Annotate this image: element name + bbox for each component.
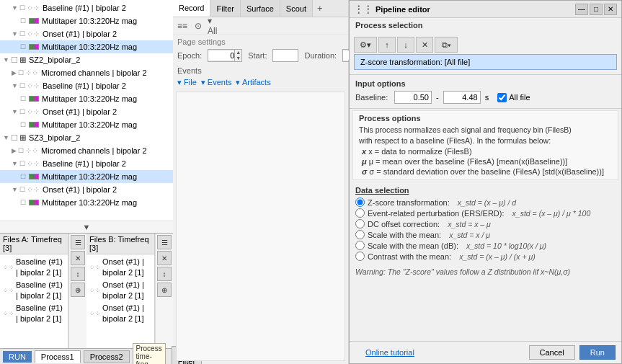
radio-input[interactable] <box>355 197 365 207</box>
process-tooltip: Process time-freq <box>133 343 166 364</box>
tree-item[interactable]: ▼☐⁘⁘Baseline (#1) | bipolar 2 <box>0 1 173 14</box>
radio-option[interactable]: Scale with the mean: x_std = x / μ <box>355 230 616 239</box>
list-item[interactable]: ⁘⁘Onset (#1) | bipolar 2 [1] <box>88 279 153 302</box>
tree-scroll-down[interactable]: ▼ <box>0 221 173 233</box>
po-text2: with respect to a baseline (FilesA). In … <box>359 136 612 146</box>
process-copy-button[interactable]: ⧉▾ <box>435 37 458 53</box>
baseline-end-input[interactable] <box>443 91 481 104</box>
radio-options: Z-score transformation: x_std = (x – μ) … <box>355 197 616 261</box>
process2-tab[interactable]: Process2 <box>84 350 130 363</box>
close-button[interactable]: ✕ <box>604 4 617 15</box>
maximize-button[interactable]: □ <box>590 4 603 15</box>
tree-item[interactable]: ☐Multitaper 10:3:220Hz mag <box>0 118 173 131</box>
tab-record[interactable]: Record <box>173 0 210 17</box>
tree-item[interactable]: ☐Multitaper 10:3:220Hz mag <box>0 92 173 105</box>
tree-item[interactable]: ▶☐⁘⁘Micromed channels | bipolar 2 <box>0 66 173 79</box>
files-a-icon-1[interactable]: ☰ <box>71 235 85 249</box>
tree-item[interactable]: ▼☐⁘⁘Onset (#1) | bipolar 2 <box>0 105 173 118</box>
process1-tab[interactable]: Process1 <box>35 350 81 363</box>
epoch-arrows[interactable]: ▲ ▼ <box>234 50 241 61</box>
pipeline-editor-footer: Online tutorial Cancel Run <box>350 341 621 363</box>
online-tutorial-button[interactable]: Online tutorial <box>355 346 425 359</box>
circle-icon[interactable]: ⊙ <box>192 19 205 32</box>
tree-item[interactable]: ☐Multitaper 10:3:220Hz mag <box>0 14 173 27</box>
list-item[interactable]: ⁘⁘Onset (#1) | bipolar 2 [1] <box>88 302 153 325</box>
baseline-row: Baseline: - s All file <box>355 91 616 104</box>
pipeline-editor-title: ⋮⋮ Pipeline editor <box>354 4 430 14</box>
list-item[interactable]: ⁘⁘Baseline (#1) | bipolar 2 [1] <box>1 279 66 302</box>
process-selection-title: Process selection <box>355 21 616 30</box>
tab-surface[interactable]: Surface <box>241 0 280 17</box>
tree-item[interactable]: ☐Multitaper 10:3:220Hz mag <box>0 196 173 209</box>
tree-item[interactable]: ▶☐⁘⁘Micromed channels | bipolar 2 <box>0 144 173 157</box>
all-file-checkbox-label[interactable]: All file <box>497 93 530 102</box>
events-link[interactable]: ▾ Events <box>201 78 232 87</box>
baseline-label: Baseline: <box>355 93 391 102</box>
files-b-icon-2[interactable]: ✕ <box>157 251 172 265</box>
radio-option[interactable]: Scale with the mean (dB): x_std = 10 * l… <box>355 241 616 250</box>
events-links-row: ▾ File ▾ Events ▾ Artifacts <box>173 76 348 89</box>
files-b-icon-1[interactable]: ☰ <box>157 235 172 249</box>
files-a-icon-3[interactable]: ↕ <box>71 267 85 281</box>
process-down-button[interactable]: ↓ <box>397 37 414 53</box>
run-pe-button[interactable]: Run <box>579 345 616 360</box>
tab-scout[interactable]: Scout <box>280 0 313 17</box>
files-b-title: Files B: Timefreq [3] <box>89 235 151 252</box>
list-item[interactable]: ⁘⁘Baseline (#1) | bipolar 2 [1] <box>1 256 66 279</box>
artifacts-link[interactable]: ▾ Artifacts <box>236 78 270 87</box>
bottom-bar: RUN Process1 Process2 Process time-freq … <box>0 348 173 364</box>
process-gear-button[interactable]: ⚙▾ <box>354 37 377 53</box>
cancel-button[interactable]: Cancel <box>529 345 575 360</box>
list-item[interactable]: ⁘⁘Onset (#1) | bipolar 2 [1] <box>88 256 153 279</box>
tab-filter[interactable]: Filter <box>210 0 240 17</box>
epoch-spinbox[interactable]: ▲ ▼ <box>208 49 242 62</box>
po-formula1: x x = data to normalize (FilesB) <box>359 146 612 156</box>
tree-item[interactable]: ▼☐⊞SZ3_bipolar_2 <box>0 131 173 144</box>
middle-column: Record Filter Surface Scout + ≡≡ ⊙ ▾ All… <box>173 0 349 364</box>
epoch-down[interactable]: ▼ <box>235 56 241 61</box>
tree-item[interactable]: ▼☐⁘⁘Onset (#1) | bipolar 2 <box>0 27 173 40</box>
epoch-up[interactable]: ▲ <box>235 50 241 56</box>
tree-item[interactable]: ▼☐⁘⁘Baseline (#1) | bipolar 2 <box>0 79 173 92</box>
process-delete-button[interactable]: ✕ <box>416 37 433 53</box>
selected-process-label[interactable]: Z-score transformation: [All file] <box>354 54 617 70</box>
files-b-section: Files B: Timefreq [3] ⁘⁘Onset (#1) | bip… <box>86 234 155 348</box>
radio-option[interactable]: Event-related perturbation (ERS/ERD): x_… <box>355 208 616 218</box>
run-button[interactable]: RUN <box>3 351 32 363</box>
process-up-button[interactable]: ↑ <box>378 37 396 53</box>
epoch-input[interactable] <box>208 51 234 60</box>
files-a-icons: ☰ ✕ ↕ ⊕ <box>68 234 86 348</box>
radio-option[interactable]: Contrast with the mean: x_std = (x – μ) … <box>355 252 616 261</box>
radio-option[interactable]: Z-score transformation: x_std = (x – μ) … <box>355 197 616 207</box>
list-item[interactable]: ⁘⁘Baseline (#1) | bipolar 2 [1] <box>1 302 66 325</box>
radio-input[interactable] <box>355 208 365 218</box>
radio-input[interactable] <box>355 219 365 228</box>
tab-add-button[interactable]: + <box>313 1 327 16</box>
tree-item[interactable]: ▼☐⁘⁘Baseline (#1) | bipolar 2 <box>0 157 173 170</box>
baseline-start-input[interactable] <box>394 91 432 104</box>
tree-item[interactable]: ☐Multitaper 10:3:220Hz mag <box>0 170 173 183</box>
files-b-icon-3[interactable]: ↕ <box>157 267 172 281</box>
radio-option[interactable]: DC offset correction: x_std = x – μ <box>355 219 616 228</box>
all-dropdown[interactable]: ▾ All <box>208 19 221 32</box>
page-settings-label: Page settings <box>173 35 348 48</box>
file-link[interactable]: ▾ File <box>177 78 197 87</box>
tree-item[interactable]: ▼☐⁘⁘Onset (#1) | bipolar 2 <box>0 183 173 196</box>
input-options-title: Input options <box>355 79 616 88</box>
minimize-button[interactable]: — <box>575 4 588 15</box>
start-input[interactable] <box>272 49 298 62</box>
radio-input[interactable] <box>355 252 365 261</box>
files-a-title: Files A: Timefreq [3] <box>3 235 65 252</box>
tree-item[interactable]: ▼☐⊞SZ2_bipolar_2 <box>0 53 173 66</box>
po-text1: This process normalizes each signal and … <box>359 125 612 136</box>
input-options-section: Input options Baseline: - s All file <box>350 76 621 107</box>
all-file-checkbox[interactable] <box>497 93 507 102</box>
radio-input[interactable] <box>355 241 365 250</box>
radio-input[interactable] <box>355 230 365 239</box>
files-a-icon-4[interactable]: ⊕ <box>71 283 85 297</box>
files-b-icon-4[interactable]: ⊕ <box>157 283 172 297</box>
file-tree: ▼☐⁘⁘Baseline (#1) | bipolar 2☐Multitaper… <box>0 0 173 221</box>
tree-item[interactable]: ☐Multitaper 10:3:220Hz mag <box>0 40 173 53</box>
files-a-icon-2[interactable]: ✕ <box>71 251 85 265</box>
grid-icon[interactable]: ≡≡ <box>176 19 189 32</box>
